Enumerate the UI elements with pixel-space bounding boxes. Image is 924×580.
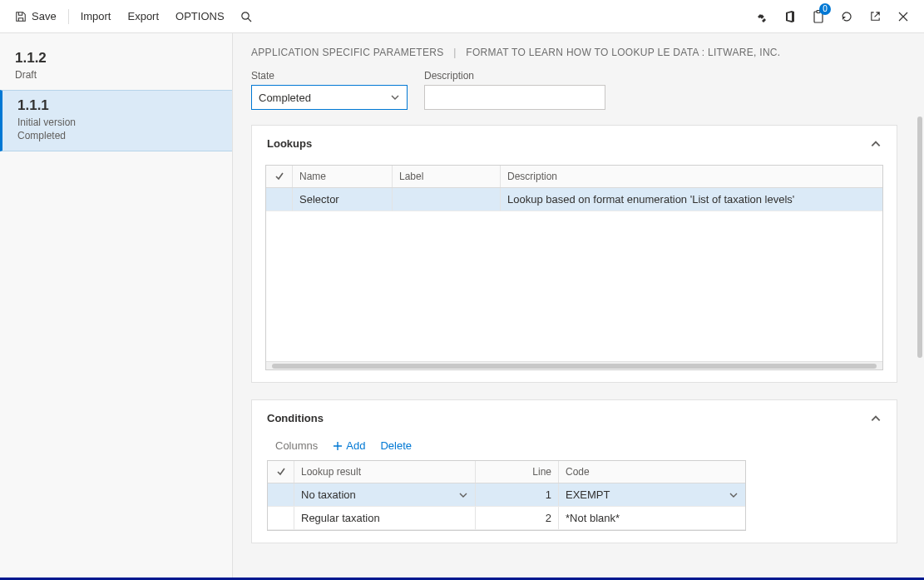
scrollbar-thumb[interactable] [917,116,922,358]
import-button[interactable]: Import [72,0,120,33]
row-code[interactable]: *Not blank* [559,507,745,529]
chevron-up-icon [870,138,882,150]
breadcrumb: APPLICATION SPECIFIC PARAMETERS | FORMAT… [251,47,897,58]
state-label: State [251,70,408,82]
columns-button[interactable]: Columns [275,439,318,452]
lookups-row[interactable]: Selector Lookup based on format enumerat… [266,188,882,211]
delete-button[interactable]: Delete [380,439,412,452]
chevron-down-icon [458,490,468,500]
chevron-down-icon [390,92,400,102]
version-sidebar: 1.1.2 Draft 1.1.1 Initial version Comple… [0,33,233,580]
refresh-button[interactable] [833,0,861,33]
cell-text: EXEMPT [566,488,610,501]
add-label: Add [346,439,365,452]
check-column [266,166,293,187]
check-column [268,461,294,483]
check-icon [274,171,284,181]
version-title: 1.1.1 [17,97,217,114]
cell-text: No taxation [301,488,356,501]
description-label: Description [424,70,605,82]
row-name: Selector [293,188,393,211]
breadcrumb-part2: FORMAT TO LEARN HOW TO LOOKUP LE DATA : … [466,47,780,58]
lookups-panel: Lookups Name [251,125,897,383]
conditions-grid: Lookup result Line Code No taxation [267,460,746,531]
svg-line-1 [248,18,251,22]
version-line1: Initial version [17,116,217,129]
lookups-panel-header[interactable]: Lookups [252,126,897,161]
notifications-button[interactable]: 0 [804,0,833,33]
sidebar-item-1-1-2[interactable]: 1.1.2 Draft [0,43,232,90]
row-check[interactable] [268,507,294,529]
breadcrumb-part1: APPLICATION SPECIFIC PARAMETERS [251,47,444,58]
chevron-down-icon [729,490,739,500]
add-button[interactable]: Add [333,439,365,452]
col-label[interactable]: Label [393,166,501,187]
save-icon [15,11,27,22]
version-status: Completed [17,129,217,142]
cell-text: *Not blank* [566,512,620,524]
conditions-row[interactable]: Regular taxation 2 *Not blank* [268,507,745,530]
search-button[interactable] [233,0,259,33]
conditions-row[interactable]: No taxation 1 EXEMPT [268,483,745,507]
chevron-up-icon [870,413,882,424]
conditions-grid-header: Lookup result Line Code [268,461,745,483]
row-check[interactable] [266,188,293,211]
scrollbar-thumb[interactable] [272,364,876,369]
col-code[interactable]: Code [559,461,745,483]
row-line: 2 [476,507,559,529]
lookups-grid-header: Name Label Description [266,166,882,188]
conditions-panel-header[interactable]: Conditions [252,400,897,436]
options-button[interactable]: OPTIONS [167,0,233,33]
link-button[interactable] [748,0,776,33]
plus-icon [333,441,343,451]
state-select[interactable]: Completed [251,85,408,110]
vertical-scrollbar[interactable] [916,33,924,580]
toolbar-separator [68,9,69,24]
search-icon [240,10,253,23]
version-title: 1.1.2 [15,50,217,67]
state-field: State Completed [251,70,408,110]
export-button[interactable]: Export [119,0,167,33]
lookups-grid: Name Label Description Selector Lookup b… [265,165,883,370]
lookups-title: Lookups [267,137,312,150]
save-label: Save [32,10,57,22]
row-line: 1 [476,483,559,506]
col-line[interactable]: Line [476,461,559,483]
notification-count: 0 [819,3,831,15]
sidebar-item-1-1-1[interactable]: 1.1.1 Initial version Completed [0,90,232,151]
office-button[interactable] [776,0,804,33]
row-code[interactable]: EXEMPT [559,483,745,506]
breadcrumb-separator: | [453,47,456,58]
link-icon [755,10,768,23]
popout-button[interactable] [861,0,889,33]
options-label: OPTIONS [175,10,225,22]
content-area: APPLICATION SPECIFIC PARAMETERS | FORMAT… [233,33,924,580]
col-lookup-result[interactable]: Lookup result [294,461,476,483]
col-description[interactable]: Description [501,166,882,187]
close-icon [897,11,909,22]
check-icon [276,467,286,477]
version-status: Draft [15,68,217,82]
state-value: Completed [259,92,311,104]
header-fields: State Completed Description [251,70,897,110]
description-input[interactable] [424,85,605,110]
top-toolbar: Save Import Export OPTIONS 0 [0,0,924,33]
save-button[interactable]: Save [7,0,65,33]
conditions-title: Conditions [267,412,324,424]
row-check[interactable] [268,483,294,506]
col-name[interactable]: Name [293,166,393,187]
refresh-icon [840,10,853,23]
export-label: Export [127,10,159,22]
row-lookup-result[interactable]: No taxation [294,483,476,506]
row-label [393,188,501,211]
row-description: Lookup based on format enumeration 'List… [501,188,882,211]
cell-text: Regular taxation [301,512,380,524]
close-button[interactable] [889,0,917,33]
row-lookup-result[interactable]: Regular taxation [294,507,476,529]
horizontal-scrollbar[interactable] [266,361,882,369]
grid-empty-space [266,211,882,361]
popout-icon [869,10,882,22]
import-label: Import [81,10,111,22]
svg-point-0 [241,12,248,18]
conditions-panel: Conditions Columns Add De [251,399,897,543]
